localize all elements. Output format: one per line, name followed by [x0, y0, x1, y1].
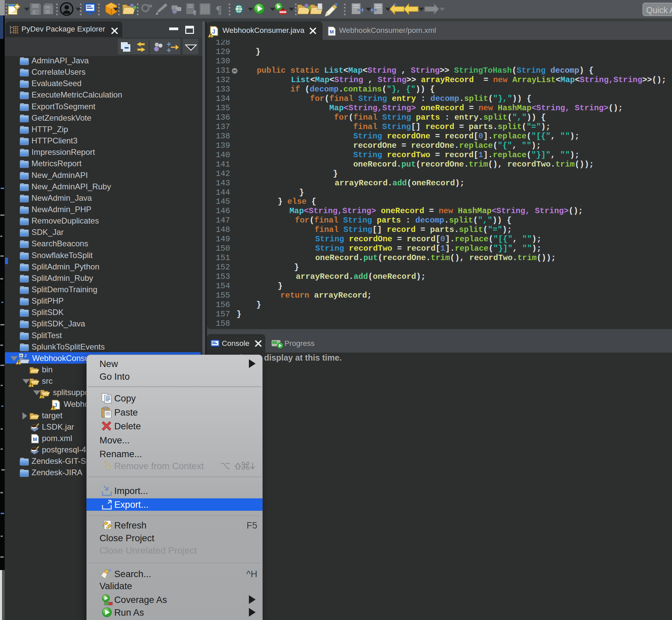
svg-text:M: M [20, 354, 22, 357]
svg-text:M: M [330, 29, 334, 35]
svg-text:*: * [394, 3, 397, 9]
svg-text:J: J [24, 353, 26, 358]
svg-text:M: M [33, 436, 37, 442]
